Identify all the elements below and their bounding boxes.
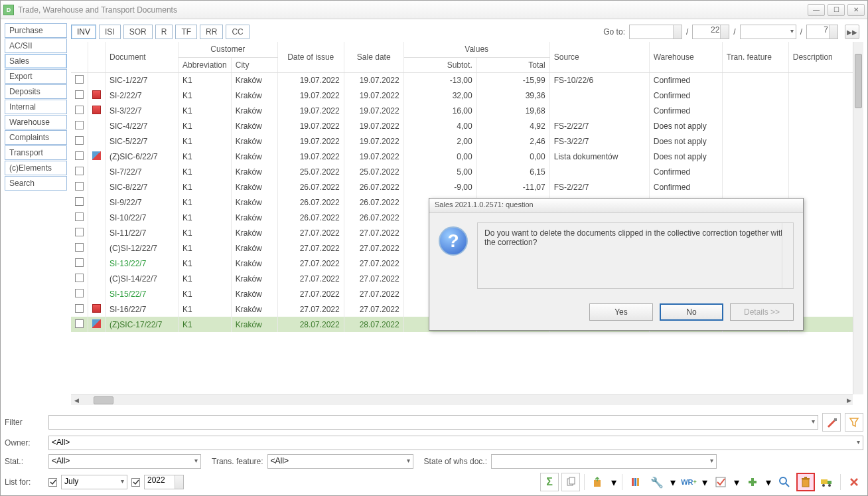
table-row[interactable]: (Z)SIC-6/22/7K1Kraków19.07.202219.07.202… (71, 149, 863, 164)
row-checkbox[interactable] (75, 136, 84, 145)
wr-button[interactable]: WR+ (680, 473, 698, 491)
col-total[interactable]: Total (476, 57, 549, 72)
tools-button[interactable]: 🔧 (648, 473, 666, 491)
sidebar-item-acsii[interactable]: AC/SII (5, 39, 67, 53)
sidebar-item-export[interactable]: Export (5, 69, 67, 84)
table-row[interactable]: SIC-5/22/7K1Kraków19.07.202219.07.20222,… (71, 133, 863, 149)
close-panel-button[interactable] (845, 473, 863, 491)
row-checkbox[interactable] (75, 289, 84, 297)
filter-input[interactable] (48, 415, 818, 430)
table-row[interactable]: SIC-4/22/7K1Kraków19.07.202219.07.20224,… (71, 118, 863, 133)
row-checkbox[interactable] (75, 75, 84, 84)
table-row[interactable]: SIC-8/22/7K1Kraków26.07.202226.07.2022-9… (71, 179, 863, 195)
dialog-no-button[interactable]: No (660, 303, 723, 321)
col-customer[interactable]: Customer (179, 42, 278, 57)
row-checkbox[interactable] (75, 106, 84, 114)
table-row[interactable]: SI-2/22/7K1Kraków19.07.202219.07.202232,… (71, 88, 863, 103)
row-checkbox[interactable] (75, 304, 84, 313)
sidebar-item-internal[interactable]: Internal (5, 100, 67, 114)
filter-builder-button[interactable] (845, 413, 863, 432)
sidebar-item-search[interactable]: Search (5, 176, 67, 191)
listfor-month[interactable]: July (61, 475, 127, 489)
sidebar-item-celements[interactable]: (c)Elements (5, 161, 67, 175)
scrollbar-vertical[interactable] (853, 42, 863, 394)
row-checkbox[interactable] (75, 243, 84, 252)
row-checkbox[interactable] (75, 167, 84, 175)
row-checkbox[interactable] (75, 274, 84, 282)
row-checkbox[interactable] (75, 121, 84, 129)
tab-sor[interactable]: SOR (123, 25, 153, 39)
search-button[interactable] (775, 473, 794, 491)
delete-button[interactable] (796, 473, 815, 491)
table-row[interactable]: SI-7/22/7K1Kraków25.07.202225.07.20225,0… (71, 164, 863, 179)
listfor-month-check[interactable] (48, 478, 57, 487)
row-checkbox[interactable] (75, 90, 84, 99)
add-button[interactable] (743, 473, 762, 491)
row-checkbox[interactable] (75, 182, 84, 191)
dialog-details-button[interactable]: Details >> (730, 303, 794, 321)
listfor-year[interactable]: 2022 (144, 475, 184, 489)
col-subtot[interactable]: Subtot. (403, 57, 476, 72)
col-values[interactable]: Values (403, 42, 549, 57)
col-sale[interactable]: Sale date (344, 42, 403, 72)
bottom-panel: Filter Owner: <All> Stat.: <All> Trans. … (1, 409, 867, 495)
wr-dropdown[interactable]: ▾ (701, 473, 709, 491)
row-checkbox[interactable] (75, 319, 84, 328)
goto-field-1[interactable] (629, 25, 682, 39)
dialog-yes-button[interactable]: Yes (589, 303, 653, 321)
sidebar-item-transport[interactable]: Transport (5, 145, 67, 160)
add-dropdown[interactable]: ▾ (764, 473, 772, 491)
statewhs-label: State of whs doc.: (424, 457, 487, 466)
col-abbrev[interactable]: Abbreviation (179, 57, 232, 72)
sidebar-item-complaints[interactable]: Complaints (5, 130, 67, 145)
maximize-button[interactable]: ☐ (828, 4, 845, 16)
tab-r[interactable]: R (155, 25, 173, 39)
sidebar-item-sales[interactable]: Sales (5, 54, 67, 68)
tools-dropdown[interactable]: ▾ (669, 473, 677, 491)
goto-field-3[interactable] (740, 25, 796, 39)
svg-point-15 (828, 484, 831, 487)
tab-tf[interactable]: TF (175, 25, 197, 39)
trans-select[interactable]: <All> (267, 454, 413, 469)
minimize-button[interactable]: — (808, 4, 825, 16)
table-row[interactable]: SI-3/22/7K1Kraków19.07.202219.07.202216,… (71, 103, 863, 118)
col-issue[interactable]: Date of issue (277, 42, 344, 72)
col-description[interactable]: Description (788, 42, 863, 72)
check-dropdown[interactable]: ▾ (733, 473, 741, 491)
goto-field-2[interactable]: 22 (692, 25, 729, 39)
export-dropdown[interactable]: ▾ (610, 473, 618, 491)
scrollbar-horizontal[interactable]: ◀ ▶ (71, 394, 853, 405)
owner-select[interactable]: <All> (48, 436, 863, 450)
col-warehouse[interactable]: Warehouse (649, 42, 722, 72)
tab-rr[interactable]: RR (200, 25, 223, 39)
tab-isi[interactable]: ISI (99, 25, 121, 39)
table-row[interactable]: SIC-1/22/7K1Kraków19.07.202219.07.2022-1… (71, 72, 863, 88)
col-document[interactable]: Document (106, 42, 179, 72)
tab-cc[interactable]: CC (226, 25, 249, 39)
goto-field-4[interactable]: 7 (806, 25, 838, 39)
truck-button[interactable] (818, 473, 836, 491)
stat-select[interactable]: <All> (48, 454, 201, 469)
row-checkbox[interactable] (75, 212, 84, 221)
goto-go-button[interactable]: ▶▶ (845, 25, 859, 39)
filter-clear-button[interactable] (822, 413, 841, 432)
statewhs-select[interactable] (491, 454, 717, 469)
sidebar-item-purchase[interactable]: Purchase (5, 23, 67, 38)
columns-button[interactable] (626, 473, 645, 491)
col-tranfeature[interactable]: Tran. feature (722, 42, 788, 72)
row-checkbox[interactable] (75, 151, 84, 160)
sidebar-item-deposits[interactable]: Deposits (5, 84, 67, 99)
tab-inv[interactable]: INV (71, 25, 96, 39)
sum-button[interactable]: Σ (540, 473, 559, 491)
sidebar-item-warehouse[interactable]: Warehouse (5, 115, 67, 129)
copy-button[interactable] (561, 473, 580, 491)
col-city[interactable]: City (231, 57, 277, 72)
col-source[interactable]: Source (549, 42, 649, 72)
row-checkbox[interactable] (75, 197, 84, 206)
listfor-year-check[interactable] (131, 478, 140, 487)
export-button[interactable] (589, 473, 607, 491)
check-button[interactable] (711, 473, 730, 491)
close-button[interactable]: ✕ (847, 4, 865, 16)
row-checkbox[interactable] (75, 258, 84, 267)
row-checkbox[interactable] (75, 228, 84, 236)
